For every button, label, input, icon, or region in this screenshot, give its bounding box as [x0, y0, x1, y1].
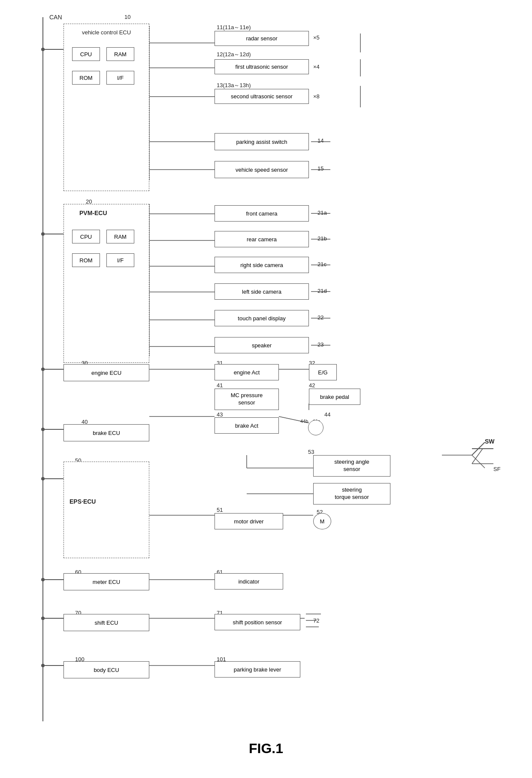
vehicle-speed-sensor-label: vehicle speed sensor: [236, 167, 288, 173]
eps-ecu-label: EPS·ECU: [70, 498, 96, 505]
engine-act-label: engine Act: [234, 369, 260, 376]
eg-box: E/G: [309, 364, 337, 380]
ref-21b: 21b: [317, 235, 327, 242]
parking-brake-lever-label: parking brake lever: [234, 666, 281, 673]
second-ultrasonic-box: second ultrasonic sensor: [215, 89, 309, 104]
vehicle-control-ecu-label: vehicle control ECU: [68, 29, 145, 36]
brake-act-box: brake Act: [215, 417, 279, 434]
svg-point-48: [41, 664, 45, 667]
ref-14: 14: [317, 137, 323, 144]
second-ultrasonic-label: second ultrasonic sensor: [231, 93, 293, 100]
shift-position-sensor-label: shift position sensor: [233, 619, 282, 626]
left-side-camera-label: left side camera: [242, 289, 281, 295]
ref-22: 22: [317, 314, 323, 321]
rom1-label: ROM: [79, 75, 92, 81]
parking-assist-switch-label: parking assist switch: [236, 139, 287, 145]
shift-position-sensor-box: shift position sensor: [215, 614, 300, 630]
svg-point-46: [41, 578, 45, 581]
ref-53: 53: [308, 449, 314, 455]
motor-driver-label: motor driver: [234, 518, 263, 525]
steering-torque-sensor-box: steering torque sensor: [313, 483, 390, 504]
eps-ecu-container: [63, 462, 149, 558]
ref22-arrow: [309, 310, 343, 326]
ref-11: 11(11a～11e): [217, 24, 251, 31]
brake-act-label: brake Act: [235, 422, 258, 429]
brake-ecu-label: brake ECU: [93, 430, 120, 436]
shift-ecu-label: shift ECU: [95, 620, 118, 626]
can-label: CAN: [49, 14, 62, 21]
pvm-ecu-container: [63, 204, 149, 363]
steering-torque-sensor-label: steering torque sensor: [335, 486, 369, 501]
pvm-ecu-label: PVM-ECU: [79, 210, 107, 216]
first-ultrasonic-box: first ultrasonic sensor: [215, 59, 309, 74]
ref15-arrow: [309, 161, 343, 178]
meter-ecu-label: meter ECU: [93, 579, 120, 585]
rom2-box: ROM: [72, 253, 100, 267]
ram1-box: RAM: [106, 47, 134, 61]
right-side-camera-box: right side camera: [215, 257, 309, 273]
rear-camera-label: rear camera: [247, 236, 277, 243]
ref14-arrow: [309, 133, 343, 150]
brake-pedal-box: brake pedal: [309, 389, 360, 405]
ref-44b: 44b: [300, 419, 308, 424]
parking-assist-switch-box: parking assist switch: [215, 133, 309, 150]
speaker-label: speaker: [252, 342, 272, 349]
x4-label: ×4: [313, 64, 320, 70]
figure-title: FIG.1: [215, 741, 317, 757]
svg-point-43: [41, 368, 45, 371]
ref-10: 10: [124, 14, 130, 20]
if2-label: I/F: [117, 257, 124, 264]
engine-act-box: engine Act: [215, 364, 279, 380]
svg-point-41: [41, 48, 45, 51]
x8-label: ×8: [313, 93, 320, 100]
first-ultrasonic-label: first ultrasonic sensor: [236, 64, 288, 70]
ref-13: 13(13a～13h): [217, 82, 251, 89]
indicator-label: indicator: [238, 578, 259, 585]
vehicle-speed-sensor-box: vehicle speed sensor: [215, 161, 309, 178]
steering-symbol: [470, 436, 496, 472]
rom2-label: ROM: [79, 257, 92, 264]
svg-point-45: [41, 477, 45, 480]
cpu2-box: CPU: [72, 230, 100, 243]
ref-21c: 21c: [317, 261, 326, 267]
brake-ecu-box: brake ECU: [63, 424, 149, 441]
engine-ecu-label: engine ECU: [91, 370, 121, 376]
ref-41: 41: [217, 382, 223, 389]
if1-label: I/F: [117, 75, 124, 81]
cpu1-label: CPU: [80, 51, 92, 58]
radar-sensor-label: radar sensor: [246, 35, 278, 42]
ref23-arrow: [309, 337, 343, 353]
if2-box: I/F: [106, 253, 134, 267]
right-side-camera-label: right side camera: [240, 262, 283, 268]
engine-ecu-box: engine ECU: [63, 364, 149, 381]
svg-point-47: [41, 617, 45, 620]
left-side-camera-box: left side camera: [215, 283, 309, 300]
parking-brake-lever-box: parking brake lever: [215, 661, 300, 678]
ref-21d: 21d: [317, 288, 327, 294]
cpu2-label: CPU: [80, 234, 92, 240]
motor-driver-box: motor driver: [215, 513, 283, 529]
indicator-box: indicator: [215, 573, 283, 590]
ref-12: 12(12a～12d): [217, 51, 251, 58]
ref-43: 43: [217, 411, 223, 418]
rear-camera-box: rear camera: [215, 231, 309, 247]
diagram-container: CAN 10 vehicle control ECU CPU RAM ROM I…: [0, 0, 532, 778]
front-camera-box: front camera: [215, 205, 309, 222]
ref-42: 42: [309, 382, 315, 389]
ram2-box: RAM: [106, 230, 134, 243]
brake-mechanism-circle: [308, 420, 323, 435]
x5-label: ×5: [313, 34, 320, 41]
body-ecu-box: body ECU: [63, 661, 149, 678]
m-label: M: [320, 518, 325, 525]
rom1-box: ROM: [72, 71, 100, 85]
meter-ecu-box: meter ECU: [63, 573, 149, 590]
svg-point-42: [41, 232, 45, 236]
brake-pedal-label: brake pedal: [320, 394, 349, 400]
motor-circle: M: [313, 513, 331, 529]
ram1-label: RAM: [114, 51, 127, 58]
ref-15: 15: [317, 165, 323, 172]
eg-label: E/G: [318, 369, 327, 376]
speaker-box: speaker: [215, 337, 309, 353]
steering-angle-sensor-label: steering angle sensor: [334, 459, 369, 473]
ref-21a: 21a: [317, 210, 327, 216]
